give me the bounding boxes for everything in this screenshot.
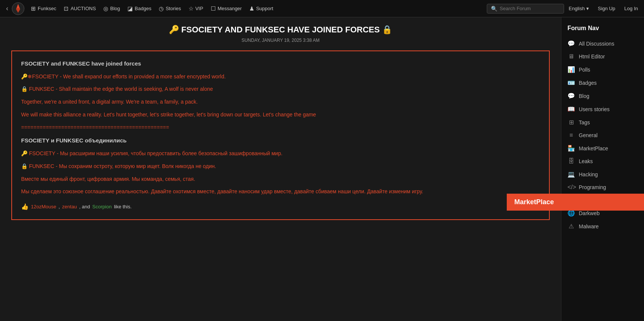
sidebar-item-marketplace[interactable]: 🏪 MarketPlace <box>561 142 644 155</box>
nav-stories[interactable]: ◷ Stories <box>155 5 184 12</box>
sidebar-item-badges[interactable]: 🪪 Badges <box>561 76 644 89</box>
sidebar-item-polls[interactable]: 📊 Polls <box>561 63 644 76</box>
tags-icon: ⊞ <box>567 119 575 126</box>
divider: ========================================… <box>21 123 540 132</box>
post-line1: 🔑❄FSOCIETY - We shall expand our efforts… <box>21 72 540 81</box>
html-editor-icon: 🖥 <box>567 53 575 60</box>
sidebar-item-programing[interactable]: </> Programing <box>561 181 644 194</box>
sidebar-item-blog[interactable]: 💬 Blog <box>561 89 644 102</box>
badges-nav-icon: 🪪 <box>567 79 575 86</box>
general-icon: ≡ <box>567 132 575 139</box>
blog-nav-icon: 💬 <box>567 92 575 99</box>
programing-icon: </> <box>567 184 575 191</box>
log-in-button[interactable]: Log In <box>621 4 641 13</box>
sidebar-title: Forum Nav <box>561 23 644 37</box>
center-content: 🔑 FSOCIETY AND FUNKSEC HAVE JOINED FORCE… <box>0 17 561 321</box>
post-line2: 🔒 FUNKSEC - Shall maintain the edge the … <box>21 85 540 94</box>
post-body: FSOCIETY and FUNKSEC have joined forces … <box>11 50 550 220</box>
post-ru-line3: Вместе мы единый фронт, цифровая армия. … <box>21 175 540 184</box>
stories-icon: ◷ <box>159 5 164 12</box>
sign-up-button[interactable]: Sign Up <box>595 4 618 13</box>
site-logo <box>11 2 25 15</box>
search-bar: 🔍 <box>487 4 564 14</box>
malware-icon: ⚠ <box>567 223 575 230</box>
sidebar-item-malware[interactable]: ⚠ Malware <box>561 220 644 233</box>
liker1[interactable]: 12ozMouse <box>31 203 56 211</box>
sidebar-item-users-stories[interactable]: 📖 Users stories <box>561 102 644 116</box>
post-date: SUNDAY, JANUARY 19, 2025 3:38 AM <box>11 38 550 43</box>
nav-auctions[interactable]: ⊡ AUCTIONS <box>60 5 100 12</box>
sidebar-item-tags[interactable]: ⊞ Tags <box>561 116 644 129</box>
users-stories-icon: 📖 <box>567 105 575 113</box>
section-title: FSOCIETY and FUNKSEC have joined forces <box>21 59 540 69</box>
nav-support[interactable]: ♟ Support <box>245 5 277 12</box>
nav-messenger[interactable]: ☐ Messanger <box>207 5 245 12</box>
sidebar-item-all-discussions[interactable]: 💬 All Discussions <box>561 37 644 50</box>
sidebar-item-hacking[interactable]: 💻 Hacking <box>561 168 644 181</box>
messenger-icon: ☐ <box>211 5 216 12</box>
post-line4: We will make this alliance a reality. Le… <box>21 110 540 119</box>
leaks-icon: 🗄 <box>567 158 575 165</box>
language-selector[interactable]: English ▾ <box>564 6 593 11</box>
sidebar-item-general[interactable]: ≡ General <box>561 129 644 142</box>
main-layout: 🔑 FSOCIETY AND FUNKSEC HAVE JOINED FORCE… <box>0 17 644 321</box>
post-ru-line4: Мы сделаем это союзное соглашение реальн… <box>21 187 540 196</box>
nav-blog[interactable]: ◎ Blog <box>100 5 124 12</box>
top-nav: ‹ ⊞ Funksec ⊡ AUCTIONS ◎ Blog ◪ Badges ◷… <box>0 0 644 17</box>
back-button[interactable]: ‹ <box>3 5 11 12</box>
sidebar-item-leaks[interactable]: 🗄 Leaks <box>561 155 644 168</box>
post-ru-line1: 🔑 FSOCIETY - Мы расширим наши усилия, чт… <box>21 149 540 158</box>
post-title: 🔑 FSOCIETY AND FUNKSEC HAVE JOINED FORCE… <box>11 25 550 35</box>
likes-row: 👍 12ozMouse, zentau , and Scorpion like … <box>21 202 540 212</box>
auctions-icon: ⊡ <box>64 5 69 12</box>
liker2[interactable]: zentau <box>62 203 77 211</box>
post-ru-line2: 🔒 FUNKSEC - Мы сохраним остроту, которую… <box>21 162 540 171</box>
nav-funksec[interactable]: ⊞ Funksec <box>27 5 60 12</box>
likes-suffix: like this. <box>114 203 132 211</box>
hacking-icon: 💻 <box>567 171 575 178</box>
badges-icon: ◪ <box>127 5 133 12</box>
liker-connector: , and <box>79 203 90 211</box>
sidebar-item-html-editor[interactable]: 🖥 Html Editor <box>561 50 644 63</box>
post-body-inner: FSOCIETY and FUNKSEC have joined forces … <box>21 59 540 212</box>
marketplace-popup[interactable]: MarketPlace <box>507 194 644 211</box>
forum-nav-sidebar: Forum Nav 💬 All Discussions 🖥 Html Edito… <box>561 17 644 321</box>
search-input[interactable] <box>500 6 560 11</box>
funksec-icon: ⊞ <box>31 5 36 12</box>
post-line3: Together, we're a united front, a digita… <box>21 98 540 107</box>
nav-vip[interactable]: ☆ VIP <box>185 5 207 12</box>
ru-title: FSOCIETY и FUNKSEC объединились <box>21 136 540 145</box>
liker3[interactable]: Scorpion <box>92 203 112 211</box>
all-discussions-icon: 💬 <box>567 40 575 47</box>
support-icon: ♟ <box>249 5 254 12</box>
auth-buttons: Sign Up Log In <box>595 4 641 13</box>
thumbs-up-icon: 👍 <box>21 202 29 212</box>
vip-icon: ☆ <box>189 5 193 12</box>
nav-badges[interactable]: ◪ Badges <box>124 5 155 12</box>
marketplace-icon: 🏪 <box>567 145 575 152</box>
blog-icon: ◎ <box>103 5 108 12</box>
liker-separator: , <box>58 203 60 211</box>
search-icon: 🔍 <box>491 6 497 12</box>
polls-icon: 📊 <box>567 66 575 73</box>
